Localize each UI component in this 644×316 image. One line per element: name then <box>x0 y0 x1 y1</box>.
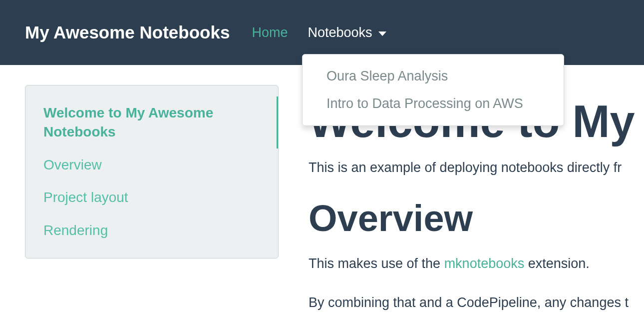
nav-notebooks-label: Notebooks <box>308 25 372 40</box>
toc-overview[interactable]: Overview <box>43 148 260 182</box>
overview-paragraph-2: By combining that and a CodePipeline, an… <box>309 294 644 312</box>
dropdown-item-oura[interactable]: Oura Sleep Analysis <box>303 62 564 90</box>
nav-home[interactable]: Home <box>252 25 288 40</box>
notebooks-dropdown: Oura Sleep Analysis Intro to Data Proces… <box>302 54 564 126</box>
caret-down-icon <box>378 32 386 36</box>
overview-heading: Overview <box>309 197 644 240</box>
nav-links: Home Notebooks <box>252 25 386 40</box>
toc-sidebar: Welcome to My Awesome Notebooks Overview… <box>25 85 279 258</box>
nav-notebooks[interactable]: Notebooks <box>308 25 386 40</box>
overview-paragraph-1: This makes use of the mknotebooks extens… <box>309 254 644 274</box>
toc-welcome[interactable]: Welcome to My Awesome Notebooks <box>43 96 278 148</box>
overview-p1-text-b: extension. <box>524 256 590 271</box>
brand-title[interactable]: My Awesome Notebooks <box>25 22 230 42</box>
toc-rendering[interactable]: Rendering <box>43 214 260 247</box>
toc-project-layout[interactable]: Project layout <box>43 181 260 214</box>
intro-paragraph: This is an example of deploying notebook… <box>309 158 644 178</box>
overview-p1-text-a: This makes use of the <box>309 256 444 271</box>
mknotebooks-link[interactable]: mknotebooks <box>444 256 525 271</box>
dropdown-item-aws[interactable]: Intro to Data Processing on AWS <box>303 90 564 118</box>
